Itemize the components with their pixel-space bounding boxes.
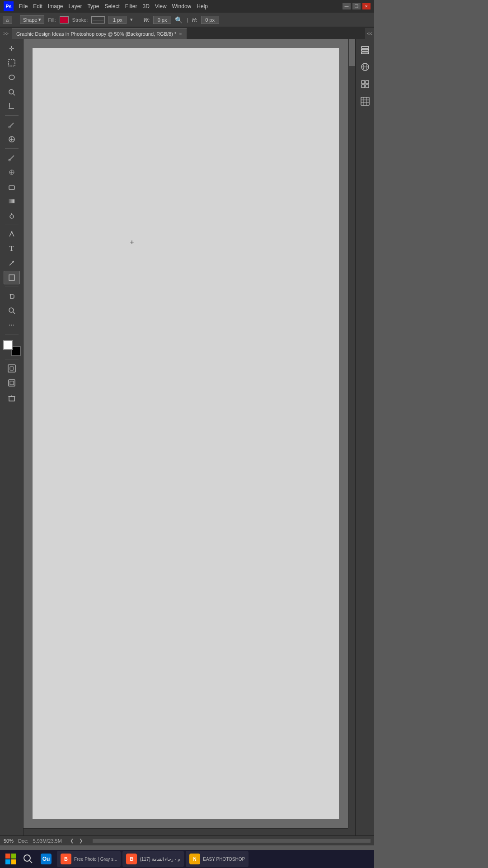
quick-select-tool[interactable] — [4, 85, 20, 99]
search-icon[interactable]: 🔍 — [175, 16, 183, 24]
heal-tool[interactable] — [4, 132, 20, 146]
status-scroll-track — [93, 839, 371, 843]
move-tool[interactable]: ✛ — [4, 42, 20, 55]
svg-rect-48 — [5, 854, 10, 859]
menu-type[interactable]: Type — [87, 3, 99, 9]
svg-rect-26 — [8, 365, 15, 372]
taskbar-brave2[interactable]: B (117) م - رجاء القيامة — [122, 851, 184, 867]
menu-file[interactable]: File — [19, 3, 28, 9]
menu-help[interactable]: Help — [197, 3, 208, 9]
document-tab[interactable]: Graphic Design Ideas in Photoshop copy @… — [12, 28, 187, 39]
vertical-scrollbar[interactable] — [348, 39, 355, 828]
lasso-tool[interactable] — [4, 71, 20, 84]
panel-toggle-left[interactable]: >> — [0, 28, 12, 39]
text-tool[interactable]: T — [4, 242, 20, 255]
restore-button[interactable]: ❐ — [352, 3, 361, 9]
close-tab-icon[interactable]: × — [179, 31, 182, 37]
svg-rect-42 — [366, 85, 369, 88]
path-select-tool[interactable] — [4, 256, 20, 270]
panel-toggle-right[interactable]: << — [365, 28, 374, 39]
scroll-corner — [348, 828, 355, 835]
menu-image[interactable]: Image — [48, 3, 63, 9]
svg-rect-27 — [10, 367, 14, 370]
svg-point-1 — [9, 75, 14, 80]
paths-panel-icon[interactable] — [358, 77, 372, 91]
width-label: W: — [143, 17, 150, 23]
clone-tool[interactable] — [4, 165, 20, 179]
search-taskbar-button[interactable] — [21, 851, 35, 867]
svg-point-7 — [9, 126, 10, 128]
layers-panel-icon[interactable] — [358, 42, 372, 57]
document-canvas[interactable]: + — [33, 48, 339, 819]
width-input[interactable] — [153, 16, 171, 24]
menu-filter[interactable]: Filter — [125, 3, 137, 9]
options-bar: ⌂ Shape ▾ Fill: Stroke: ▾ W: 🔍 | H: — [0, 13, 374, 27]
menu-3d[interactable]: 3D — [142, 3, 149, 9]
taskbar-brave1[interactable]: B Free Photo | Gray s... — [57, 851, 121, 867]
svg-rect-49 — [11, 854, 16, 859]
eraser-tool[interactable] — [4, 180, 20, 193]
svg-rect-28 — [9, 380, 15, 386]
svg-rect-39 — [361, 80, 365, 84]
menu-window[interactable]: Window — [172, 3, 192, 9]
screen-mode-tool[interactable] — [4, 376, 20, 390]
home-button[interactable]: ⌂ — [3, 16, 12, 24]
cursor-crosshair: + — [130, 238, 134, 246]
close-button[interactable]: ✕ — [362, 3, 371, 9]
foreground-background-colors — [3, 340, 21, 356]
notes-label: EASY PHOTOSHOP — [203, 857, 245, 862]
shape-tool[interactable] — [4, 271, 20, 284]
start-button[interactable] — [3, 851, 19, 867]
scroll-left-arrow[interactable]: ❮ — [68, 837, 75, 844]
menu-select[interactable]: Select — [104, 3, 119, 9]
svg-rect-43 — [361, 97, 369, 105]
svg-point-52 — [24, 855, 30, 861]
menu-layer[interactable]: Layer — [68, 3, 82, 9]
shape-dropdown[interactable]: Shape ▾ — [20, 15, 45, 24]
svg-rect-34 — [361, 49, 369, 51]
vertical-scrollbar-thumb[interactable] — [349, 39, 355, 66]
svg-rect-40 — [366, 80, 369, 84]
doc-info-label: Doc: — [18, 838, 28, 844]
svg-point-23 — [9, 294, 11, 296]
taskbar-outlook[interactable]: Ou — [37, 851, 55, 867]
fill-label: Fill: — [48, 17, 56, 23]
title-bar: Ps File Edit Image Layer Type Select Fil… — [0, 0, 374, 13]
globe-panel-icon[interactable] — [358, 60, 372, 74]
menu-edit[interactable]: Edit — [33, 3, 42, 9]
taskbar: Ou B Free Photo | Gray s... B (117) م - … — [0, 850, 374, 868]
svg-point-18 — [10, 215, 14, 218]
menu-view[interactable]: View — [155, 3, 167, 9]
hand-tool[interactable] — [4, 289, 20, 303]
gradient-tool[interactable] — [4, 194, 20, 208]
svg-rect-41 — [361, 85, 365, 88]
more-tools[interactable]: ··· — [4, 318, 20, 332]
grid-panel-icon[interactable] — [358, 94, 372, 108]
zoom-level: 50% — [4, 838, 14, 844]
menu-bar: File Edit Image Layer Type Select Filter… — [19, 3, 208, 9]
quick-mask-tool[interactable] — [4, 362, 20, 375]
dodge-tool[interactable] — [4, 209, 20, 222]
svg-rect-22 — [9, 275, 14, 280]
stroke-preview[interactable] — [91, 16, 105, 24]
horizontal-scrollbar[interactable] — [23, 828, 348, 835]
zoom-tool[interactable] — [4, 304, 20, 317]
height-input[interactable] — [201, 16, 219, 24]
canvas-area: + — [23, 39, 355, 835]
rect-select-tool[interactable] — [4, 56, 20, 70]
fill-color-swatch[interactable] — [60, 16, 69, 24]
minimize-button[interactable]: — — [343, 3, 351, 9]
brush-tool[interactable] — [4, 151, 20, 165]
artboard-tool[interactable] — [4, 392, 20, 405]
status-bar: 50% Doc: 5.93M/23.5M ❮ ❯ — [0, 835, 374, 845]
scroll-right-arrow[interactable]: ❯ — [77, 837, 84, 844]
eyedropper-tool[interactable] — [4, 118, 20, 132]
foreground-color-swatch[interactable] — [3, 340, 13, 350]
pen-tool[interactable] — [4, 227, 20, 241]
scroll-arrows: ❮ ❯ — [68, 837, 84, 844]
stroke-width-input[interactable] — [108, 16, 127, 24]
svg-rect-50 — [5, 859, 10, 864]
outlook-icon: Ou — [41, 854, 52, 864]
taskbar-notes[interactable]: N EASY PHOTOSHOP — [186, 851, 249, 867]
crop-tool[interactable] — [4, 99, 20, 113]
